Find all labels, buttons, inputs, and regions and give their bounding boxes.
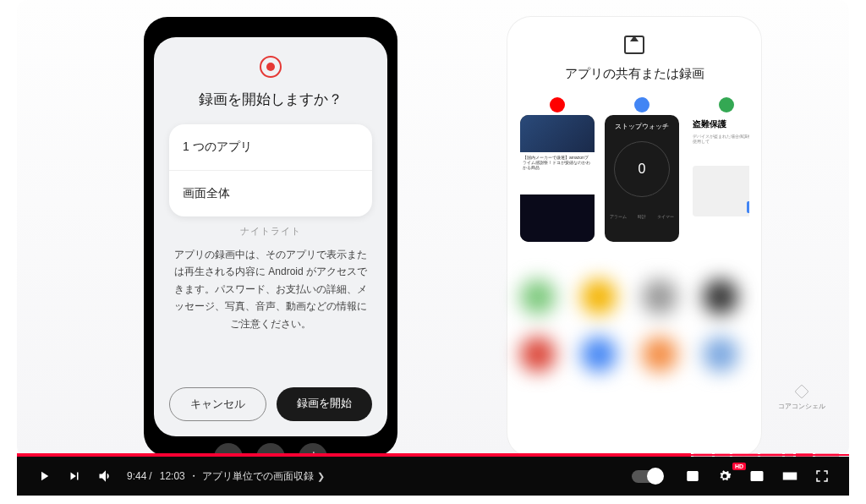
time-duration: 12:03 [160,470,185,482]
time-current: 9:44 [127,470,146,482]
time-separator: / [149,470,151,482]
family-icon [719,97,734,112]
share-panel-title: アプリの共有または録画 [519,66,749,82]
svg-rect-1 [757,476,761,479]
app-card-clock[interactable]: ストップウォッチ 0 アラーム 時計 タイマー [604,97,680,242]
theft-preview: 盗難保護 デバイスが盗まれた場合保護機能を使用して [689,115,749,242]
cast-icon [624,36,644,54]
record-icon [260,56,282,78]
chapter-prefix: ・ [189,469,199,484]
svg-rect-2 [784,473,797,479]
phone-mockup-left: 録画を開始しますか？ 1 つのアプリ 画面全体 ナイトライト アプリの録画中は、… [144,17,397,457]
video-content-area: 録画を開始しますか？ 1 つのアプリ 画面全体 ナイトライト アプリの録画中は、… [17,0,849,457]
logo-mark-icon [793,383,810,400]
chapter-title[interactable]: アプリ単位での画面収録 [202,469,314,484]
clock-icon [634,97,650,112]
blurred-app-grid [520,279,748,372]
player-controls: 9:44 / 12:03 ・ アプリ単位での画面収録 ❯ HD [17,457,849,496]
dialog-button-row: キャンセル 録画を開始 [169,387,372,421]
app-card-row: 【国内メーカーで厳選】amazonプライム感謝祭！ドコが安値なのかわかる商品 ス… [519,97,749,242]
next-button[interactable] [59,468,90,484]
play-button[interactable] [29,468,59,484]
dialog-title: 録画を開始しますか？ [199,90,343,109]
volume-button[interactable] [90,468,122,485]
stopwatch-preview: ストップウォッチ 0 アラーム 時計 タイマー [605,115,679,242]
record-dialog: 録画を開始しますか？ 1 つのアプリ 画面全体 ナイトライト アプリの録画中は、… [154,37,387,436]
brand-name: コアコンシェル [778,402,825,411]
youtube-icon [550,97,565,112]
captions-button[interactable] [677,468,709,484]
start-record-button[interactable]: 録画を開始 [277,387,372,421]
app-card-youtube[interactable]: 【国内メーカーで厳選】amazonプライム感謝祭！ドコが安値なのかわかる商品 [519,97,595,242]
chevron-right-icon[interactable]: ❯ [317,471,325,482]
brand-logo: コアコンシェル [778,383,825,411]
hidden-label: ナイトライト [240,225,301,238]
miniplayer-button[interactable] [741,468,773,484]
settings-button[interactable]: HD [709,468,741,485]
fullscreen-button[interactable] [807,468,837,484]
option-single-app[interactable]: 1 つのアプリ [169,124,372,171]
youtube-preview: 【国内メーカーで厳選】amazonプライム感謝祭！ドコが安値なのかわかる商品 [520,115,595,242]
option-full-screen[interactable]: 画面全体 [169,171,372,216]
phone-mockup-right: アプリの共有または録画 【国内メーカーで厳選】amazonプライム感謝祭！ドコが… [507,17,761,457]
cancel-button[interactable]: キャンセル [169,387,266,421]
hd-badge: HD [732,463,746,470]
theater-button[interactable] [773,468,807,484]
options-card: 1 つのアプリ 画面全体 [169,124,372,216]
dialog-body-text: アプリの録画中は、そのアプリで表示または再生される内容に Android がアク… [169,246,372,332]
autoplay-toggle[interactable] [617,470,677,483]
app-card-settings[interactable]: 盗難保護 デバイスが盗まれた場合保護機能を使用して [688,97,749,242]
